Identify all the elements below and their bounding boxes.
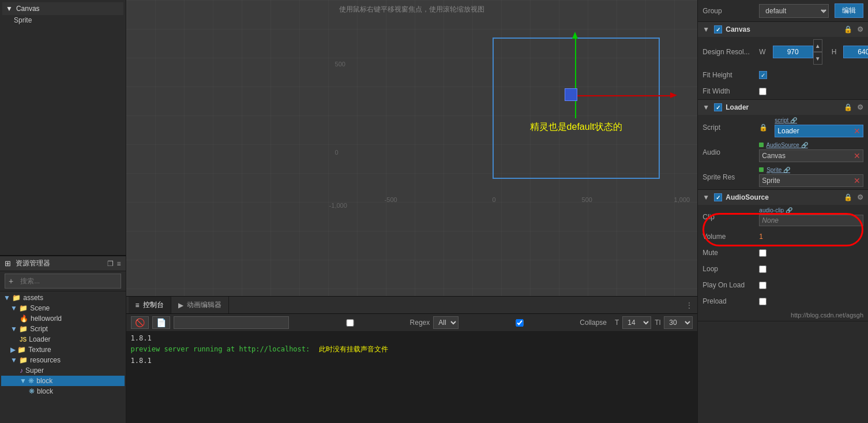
scene-tree: ▼ Canvas Sprite [0,0,126,256]
block-folder-icon: ▼ ❋ [20,377,34,385]
save-log-button[interactable]: 📄 [152,316,170,329]
sprite-res-row: Sprite Res Sprite 🔗 Sprite ✕ [698,164,868,189]
log-level-select[interactable]: All [433,316,459,329]
canvas-checkbox-checked[interactable]: ✓ [714,25,722,33]
scene-label: Scene [30,304,50,312]
volume-row: Volume 1 [698,229,868,245]
log-line-1: 1.8.1 [131,334,693,342]
mute-checkbox[interactable] [759,249,766,257]
asset-item-loader[interactable]: JS Loader [1,334,125,345]
canvas-toggle[interactable]: ▼ [702,25,709,33]
search-input[interactable] [17,275,117,287]
canvas-view[interactable]: 使用鼠标右键平移视窗焦点，使用滚轮缩放视图 500 0 -1,000 -500 … [126,0,698,296]
audiosource-section-header: ▼ ✓ AudioSource 🔒 ⚙ [698,190,868,205]
audiosource-checkbox-checked[interactable]: ✓ [714,193,722,201]
h-label: H [832,48,837,56]
script-ref-link[interactable]: script 🔗 [775,117,797,123]
fit-width-checkbox[interactable] [759,88,766,95]
script-prop-label: Script [702,123,754,132]
asset-header-icons: ❐ ≡ [107,260,121,268]
loader-toggle[interactable]: ▼ [702,103,709,111]
sprite-ref-bar: Sprite 🔗 Sprite ✕ [759,167,863,187]
tree-item-sprite[interactable]: Sprite [2,15,123,25]
chevron-down-icon: ▾ [822,7,825,15]
loop-checkbox[interactable] [759,265,766,273]
group-label: Group [702,7,754,15]
fit-height-checkbox[interactable]: ✓ [759,71,767,79]
center-panel: 使用鼠标右键平移视窗焦点，使用滚轮缩放视图 500 0 -1,000 -500 … [126,0,698,423]
tab-animation[interactable]: ▶ 动画编辑器 [171,297,229,313]
sprite-ref-link[interactable]: Sprite 🔗 [766,167,790,173]
asset-item-super[interactable]: ♪ Super [1,365,125,376]
copy-icon[interactable]: ❐ [107,260,114,268]
audio-ref-link[interactable]: AudioSource 🔗 [766,142,808,148]
audio-value: Canvas [762,152,854,160]
tab-menu-icon[interactable]: ⋮ [683,299,695,312]
console-toolbar: 🚫 📄 Regex All Collapse T [126,314,698,332]
audiosource-gear-icon[interactable]: ⚙ [857,193,863,201]
scene-tree-header: ▼ Canvas [2,2,123,15]
folder-icon-texture: ▶ 📁 [10,346,26,354]
folder-icon-resources: ▼ 📁 [10,356,28,364]
asset-item-scene[interactable]: ▼ 📁 Scene [1,303,125,313]
audiosource-lock-icon: 🔒 [844,193,852,201]
volume-label: Volume [702,233,754,241]
filter-input[interactable] [174,316,289,329]
fit-height-label: Fit Height [702,71,754,79]
grid-icon: ⊞ [5,259,11,268]
asset-item-block-folder[interactable]: ▼ ❋ block [1,376,125,386]
loop-label: Loop [702,265,754,273]
tab-console[interactable]: ≡ 控制台 [129,297,171,313]
asset-item-helloworld[interactable]: 🔥 helloworld [1,313,125,324]
collapse-checkbox[interactable] [462,319,577,327]
line-height-select[interactable]: 30 [664,316,693,329]
asset-item-texture[interactable]: ▶ 📁 Texture [1,345,125,355]
up-arrow [572,32,578,39]
preload-checkbox[interactable] [759,298,766,305]
console-label: 控制台 [143,300,164,310]
block-folder-label: block [36,377,52,385]
group-select[interactable]: default [759,4,829,18]
clear-console-button[interactable]: 🚫 [131,316,149,329]
asset-item-script[interactable]: ▼ 📁 Script [1,324,125,334]
canvas-hint: 使用鼠标右键平移视窗焦点，使用滚轮缩放视图 [339,5,484,14]
collapse-label: Collapse [462,319,607,327]
w-down-btn[interactable]: ▼ [813,52,822,65]
design-w-input[interactable]: 970 [773,46,813,58]
asset-item-assets[interactable]: ▼ 📁 assets [1,293,125,303]
remove-sprite-icon[interactable]: ✕ [854,176,861,185]
loader-lock-icon: 🔒 [844,103,852,111]
canvas-frame [493,38,660,179]
canvas-gear-icon[interactable]: ⚙ [857,25,863,33]
canvas-watermark: 精灵也是default状态的 [530,121,622,133]
fire-icon: 🔥 [20,315,28,323]
design-h-input[interactable]: 640 [843,46,868,58]
canvas-note-inline: 此时没有挂载声音文件 [319,345,388,353]
design-resol-row: Design Resol... W 970 ▲ ▼ H 640 ▲ [698,37,868,67]
loader-gear-icon[interactable]: ⚙ [857,103,863,111]
font-size-select[interactable]: 14 [622,316,651,329]
watermark: http://blog.csdn.net/agsgh [698,309,868,321]
sprite-tree-label: Sprite [14,16,32,24]
asset-item-resources[interactable]: ▼ 📁 resources [1,355,125,365]
font-size-label: T [615,319,619,327]
clip-ref-link[interactable]: audio-clip 🔗 [759,207,792,214]
regex-checkbox[interactable] [292,319,408,327]
remove-audio-icon[interactable]: ✕ [854,151,861,160]
add-asset-button[interactable]: + [9,276,13,286]
menu-icon[interactable]: ≡ [117,260,121,268]
right-arrow [670,92,677,98]
remove-script-icon[interactable]: ✕ [854,126,861,136]
regex-label: Regex [292,319,430,327]
group-row: Group default ▾ 编辑 [698,0,868,22]
main-area: ▼ Canvas Sprite ⊞ 资源管理器 ❐ ≡ [0,0,868,423]
play-on-load-checkbox[interactable] [759,282,766,289]
w-up-btn[interactable]: ▲ [813,39,822,52]
audiosource-toggle[interactable]: ▼ [702,193,709,201]
assets-label: assets [23,294,43,302]
edit-group-button[interactable]: 编辑 [835,3,863,18]
axis-label-x-neg500: -500 [385,196,397,203]
volume-value: 1 [759,233,763,241]
asset-item-block[interactable]: ❋ block [1,386,125,396]
loader-checkbox-checked[interactable]: ✓ [714,103,722,111]
